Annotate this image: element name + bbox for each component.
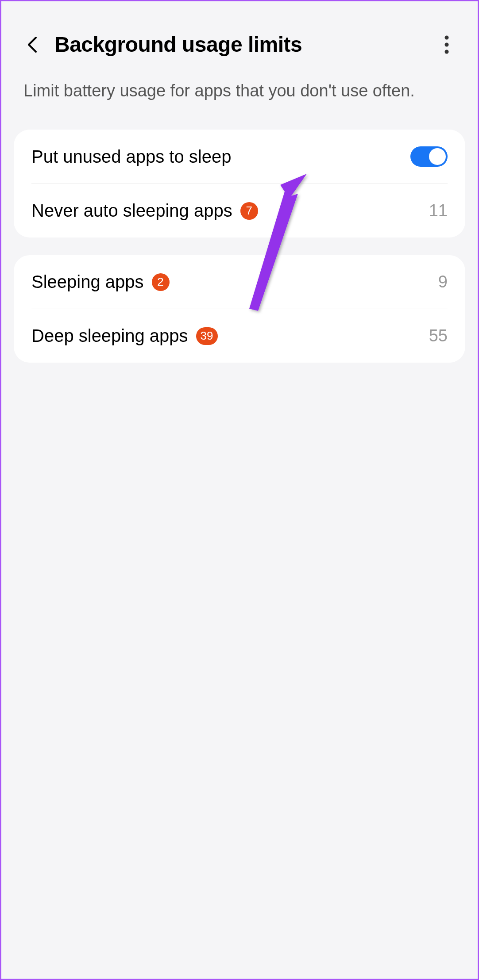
- row-deep-sleeping-apps[interactable]: Deep sleeping apps 39 55: [14, 309, 465, 363]
- row-sleeping-apps[interactable]: Sleeping apps 2 9: [14, 255, 465, 309]
- notification-badge: 7: [240, 202, 258, 220]
- chevron-left-icon: [27, 36, 38, 54]
- row-label: Put unused apps to sleep: [31, 147, 231, 167]
- app-count: 55: [429, 326, 448, 345]
- more-vertical-icon: [444, 35, 449, 54]
- notification-badge: 2: [152, 273, 170, 291]
- card-secondary: Sleeping apps 2 9 Deep sleeping apps 39 …: [14, 255, 465, 363]
- card-primary: Put unused apps to sleep Never auto slee…: [14, 130, 465, 237]
- svg-point-1: [445, 42, 449, 46]
- row-label: Sleeping apps: [31, 272, 144, 292]
- row-label-wrap: Sleeping apps 2: [31, 272, 438, 292]
- row-put-unused-apps-to-sleep[interactable]: Put unused apps to sleep: [14, 130, 465, 184]
- toggle-put-unused-apps-to-sleep[interactable]: [410, 146, 448, 167]
- row-label-wrap: Deep sleeping apps 39: [31, 326, 429, 346]
- back-button[interactable]: [23, 36, 41, 54]
- more-options-button[interactable]: [438, 34, 456, 56]
- svg-point-2: [445, 50, 449, 54]
- page-title: Background usage limits: [54, 32, 425, 57]
- row-never-auto-sleeping-apps[interactable]: Never auto sleeping apps 7 11: [14, 184, 465, 237]
- toggle-knob: [429, 148, 446, 165]
- row-label-wrap: Put unused apps to sleep: [31, 147, 410, 167]
- app-count: 11: [429, 201, 448, 220]
- row-label: Deep sleeping apps: [31, 326, 188, 346]
- page-description: Limit battery usage for apps that you do…: [1, 70, 478, 121]
- notification-badge: 39: [196, 327, 218, 345]
- row-label-wrap: Never auto sleeping apps 7: [31, 201, 429, 221]
- page-header: Background usage limits: [1, 1, 478, 70]
- svg-point-0: [445, 35, 449, 39]
- app-count: 9: [438, 272, 448, 291]
- row-label: Never auto sleeping apps: [31, 201, 232, 221]
